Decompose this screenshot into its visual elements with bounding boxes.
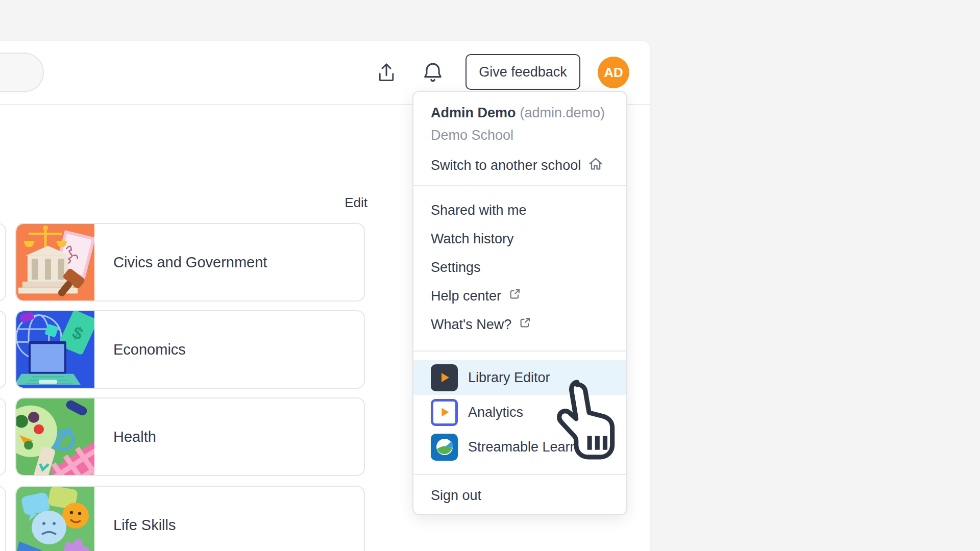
give-feedback-button[interactable]: Give feedback [465, 54, 580, 90]
menu-item-settings[interactable]: Settings [413, 253, 626, 282]
card-sliver [0, 397, 6, 476]
edit-link[interactable]: Edit [327, 195, 368, 211]
avatar[interactable]: AD [598, 57, 629, 88]
menu-item-shared-with-me[interactable]: Shared with me [413, 196, 626, 224]
course-card-economics[interactable]: $ Economics [15, 310, 365, 389]
menu-item-streamable-learning[interactable]: Streamable Learning [413, 430, 626, 464]
course-title: Health [94, 429, 156, 445]
menu-item-help-center[interactable]: Help center [413, 282, 626, 310]
analytics-icon [431, 399, 458, 426]
menu-item-label: Help center [431, 288, 501, 304]
course-title: Life Skills [94, 517, 176, 534]
user-handle: (admin.demo) [520, 105, 605, 120]
economics-thumbnail: $ [16, 311, 94, 388]
account-menu-apps-section: Library Editor Analytics [413, 350, 626, 474]
share-button[interactable] [373, 59, 400, 86]
app-label: Streamable Learning [468, 439, 596, 455]
sign-out-item[interactable]: Sign out [431, 488, 481, 504]
menu-item-label: What's New? [431, 317, 511, 333]
menu-item-label: Shared with me [431, 203, 527, 218]
course-card-civics[interactable]: Civics and Government [15, 223, 365, 302]
menu-item-watch-history[interactable]: Watch history [413, 224, 626, 253]
app-label: Library Editor [468, 370, 550, 386]
switch-school-item[interactable]: Switch to another school [431, 155, 626, 176]
account-menu-links-section: Shared with me Watch history Settings He… [413, 185, 626, 350]
home-icon [587, 155, 604, 176]
menu-item-analytics[interactable]: Analytics [413, 395, 626, 430]
share-upload-icon [375, 61, 398, 84]
app-label: Analytics [468, 405, 523, 420]
menu-item-label: Settings [431, 260, 481, 276]
health-thumbnail [16, 398, 94, 475]
screen: Give feedback AD Edit [0, 0, 980, 551]
notifications-button[interactable] [420, 59, 446, 86]
account-menu-signout-section: Sign out [413, 474, 626, 515]
menu-item-library-editor[interactable]: Library Editor [413, 360, 626, 395]
card-sliver [0, 310, 6, 389]
card-sliver [0, 223, 6, 302]
user-identity: Admin Demo(admin.demo) [431, 105, 626, 121]
user-name: Admin Demo [431, 105, 516, 120]
library-editor-icon [431, 364, 458, 391]
life-skills-thumbnail [16, 487, 94, 551]
external-link-icon [507, 287, 522, 305]
card-sliver [0, 486, 6, 551]
account-menu: Admin Demo(admin.demo) Demo School Switc… [412, 91, 627, 515]
search-input[interactable] [0, 53, 44, 92]
user-school: Demo School [431, 128, 626, 143]
switch-school-label: Switch to another school [431, 158, 581, 173]
course-title: Economics [94, 341, 186, 358]
notifications-bell-icon [421, 61, 445, 84]
external-link-icon [518, 315, 532, 334]
course-card-health[interactable]: Health [15, 397, 365, 476]
course-title: Civics and Government [94, 254, 267, 271]
menu-item-whats-new[interactable]: What's New? [413, 310, 626, 339]
menu-item-label: Watch history [431, 231, 514, 247]
civics-thumbnail [16, 224, 94, 300]
account-menu-user-section: Admin Demo(admin.demo) Demo School Switc… [413, 92, 626, 185]
course-card-life-skills[interactable]: Life Skills [15, 486, 365, 551]
streamable-learning-icon [431, 434, 458, 461]
